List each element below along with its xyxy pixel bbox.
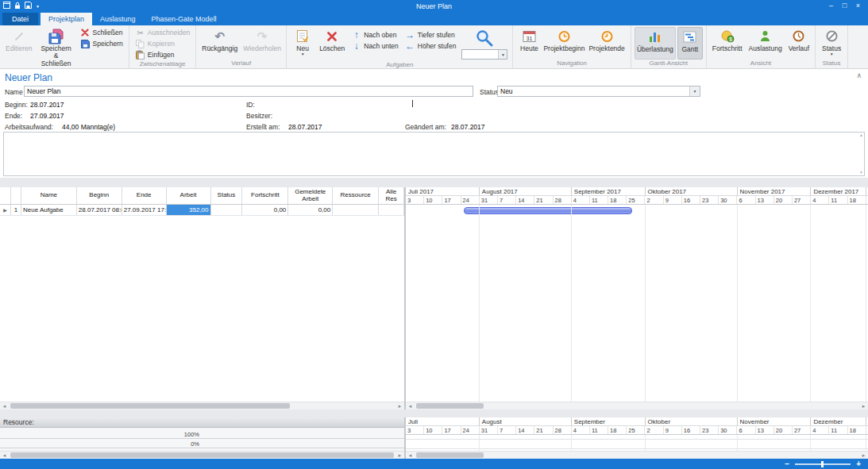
tab-phasen-gate-modell[interactable]: Phasen-Gate Modell	[144, 13, 225, 25]
resource-list-hscrollbar[interactable]: ◄ ►	[0, 451, 404, 459]
resource-chart-hscrollbar[interactable]: ◄ ►	[406, 451, 868, 459]
status-button[interactable]: Status ▼	[819, 27, 844, 60]
grid-cell[interactable]: 27.09.2017 17:00	[122, 205, 167, 215]
scroll-left-icon[interactable]: ◄	[406, 452, 415, 459]
grid-column-header[interactable]: Gemeldete Arbeit	[288, 187, 333, 204]
gantt-hscrollbar[interactable]: ◄ ►	[406, 402, 868, 409]
zoom-slider-thumb[interactable]	[821, 461, 824, 467]
scrollbar-track[interactable]	[415, 402, 859, 409]
name-input[interactable]: Neuer Plan	[24, 86, 473, 97]
ueberlastung-button[interactable]: Überlastung	[635, 27, 676, 60]
grid-cell[interactable]: 0,00	[242, 205, 288, 215]
auslastung-button[interactable]: Auslastung	[746, 27, 785, 60]
schliessen-button[interactable]: Schließen	[78, 27, 125, 38]
hoeher-stufen-button[interactable]: ← Höher stufen	[403, 40, 459, 52]
close-button[interactable]: ×	[851, 0, 865, 12]
scroll-right-icon[interactable]: ►	[395, 402, 404, 410]
ribbon: Editieren Speichern & Schließen Schließe…	[0, 25, 868, 69]
save-icon[interactable]	[25, 2, 32, 10]
status-select[interactable]: Neu▼	[497, 86, 700, 97]
kopieren-button[interactable]: Kopieren	[133, 38, 192, 49]
grid-cell[interactable]: 28.07.2017 08:00	[77, 205, 122, 215]
speichern-button[interactable]: Speichern	[78, 38, 125, 49]
task-grid-row[interactable]: ▶1Neue Aufgabe28.07.2017 08:0027.09.2017…	[0, 205, 404, 216]
qat-caret-icon[interactable]: ▼	[36, 5, 40, 8]
timeline-month-label: August 2017	[480, 187, 572, 195]
app-icon[interactable]	[3, 2, 10, 10]
tab-auslastung[interactable]: Auslastung	[92, 13, 144, 25]
grid-column-header[interactable]: Beginn	[77, 187, 122, 204]
scroll-left-icon[interactable]: ◄	[406, 402, 415, 410]
rueckgaengig-button[interactable]: ↶ Rückgängig	[199, 27, 240, 60]
tab-projektplan[interactable]: Projektplan	[41, 13, 92, 25]
projektende-button[interactable]: Projektende	[586, 27, 627, 60]
ausschneiden-button[interactable]: ✂ Ausschneiden	[133, 27, 192, 38]
verlauf-button[interactable]: Verlauf	[786, 27, 812, 60]
task-filter-combobox[interactable]: ▼	[461, 49, 507, 60]
grid-column-header[interactable]: Ende	[122, 187, 167, 204]
neu-button[interactable]: Neu ▼	[290, 27, 315, 61]
zoom-in-button[interactable]: +	[856, 459, 861, 469]
nach-unten-button[interactable]: ↓ Nach unten	[349, 40, 400, 52]
scrollbar-track[interactable]	[9, 452, 395, 459]
gantt-button[interactable]: Gantt	[677, 27, 703, 60]
grid-column-header[interactable]: Arbeit	[167, 187, 211, 204]
scrollbar-thumb[interactable]	[10, 403, 290, 409]
timeline-week-cell: 21	[534, 196, 553, 204]
zoom-out-button[interactable]: −	[785, 459, 789, 469]
splitter-horizontal[interactable]	[0, 409, 868, 417]
zoom-slider[interactable]	[795, 463, 851, 465]
scroll-right-icon[interactable]: ►	[395, 452, 404, 459]
lock-icon[interactable]	[14, 2, 21, 11]
grid-cell[interactable]	[379, 205, 404, 215]
scrollbar-thumb[interactable]	[416, 452, 484, 458]
search-icon[interactable]	[475, 29, 494, 49]
projektbeginn-button[interactable]: Projektbeginn	[543, 27, 584, 60]
nach-oben-button[interactable]: ↑ Nach oben	[349, 29, 400, 40]
grid-column-header[interactable]: Name	[21, 187, 77, 204]
gantt-bar[interactable]	[464, 207, 632, 214]
einfuegen-button[interactable]: Einfügen	[133, 49, 192, 60]
row-indicator-header	[0, 187, 11, 204]
status-select-caret-icon[interactable]: ▼	[689, 86, 700, 96]
scroll-left-icon[interactable]: ◄	[0, 402, 9, 410]
fortschritt-button[interactable]: $ Fortschritt	[710, 27, 745, 60]
task-grid-hscrollbar[interactable]: ◄ ►	[0, 402, 404, 409]
splitter-horizontal[interactable]	[0, 178, 868, 187]
combobox-caret-icon[interactable]: ▼	[498, 50, 507, 59]
grid-column-header[interactable]: Fortschritt	[242, 187, 288, 204]
grid-cell[interactable]: 352,00	[167, 205, 211, 215]
timeline-week-cell: 11	[590, 426, 608, 434]
grid-cell[interactable]	[333, 205, 379, 215]
grid-column-header[interactable]: Status	[211, 187, 243, 204]
name-label: Name	[5, 88, 23, 96]
tab-datei[interactable]: Datei	[2, 13, 38, 25]
wiederholen-button[interactable]: ↷ Wiederholen	[241, 27, 283, 60]
scroll-right-icon[interactable]: ►	[859, 452, 868, 459]
scrollbar-thumb[interactable]	[416, 403, 484, 409]
grid-column-header[interactable]: Alle Res	[379, 187, 404, 204]
grid-column-header[interactable]: Ressource	[333, 187, 379, 204]
maximize-button[interactable]: □	[838, 0, 851, 12]
scroll-up-icon[interactable]: ▲	[859, 133, 863, 137]
scrollbar-thumb[interactable]	[10, 452, 394, 458]
ribbon-group-zwischenablage: ✂ Ausschneiden Kopieren Einfügen Zwische…	[129, 25, 196, 68]
grid-cell[interactable]	[211, 205, 243, 215]
tiefer-stufen-button[interactable]: → Tiefer stufen	[403, 29, 459, 40]
scrollbar-track[interactable]	[415, 452, 859, 459]
timeline-week-cell: 7	[498, 196, 516, 204]
minimize-button[interactable]: –	[824, 0, 838, 12]
loeschen-button[interactable]: Löschen	[317, 27, 347, 61]
grid-cell[interactable]: 0,00	[288, 205, 333, 215]
heute-button[interactable]: 31 Heute	[516, 27, 542, 60]
collapse-icon[interactable]: ∧	[856, 71, 862, 79]
scroll-left-icon[interactable]: ◄	[0, 452, 9, 459]
scroll-down-icon[interactable]: ▼	[859, 171, 863, 175]
timeline-week-cell: 16	[682, 196, 700, 204]
grid-cell[interactable]: Neue Aufgabe	[21, 205, 77, 215]
editieren-button[interactable]: Editieren	[3, 27, 35, 67]
scrollbar-track[interactable]	[9, 402, 395, 409]
scroll-right-icon[interactable]: ►	[859, 402, 868, 410]
description-textarea[interactable]: ▲ ▼	[3, 132, 865, 176]
speichern-schliessen-button[interactable]: Speichern & Schließen	[37, 27, 76, 67]
